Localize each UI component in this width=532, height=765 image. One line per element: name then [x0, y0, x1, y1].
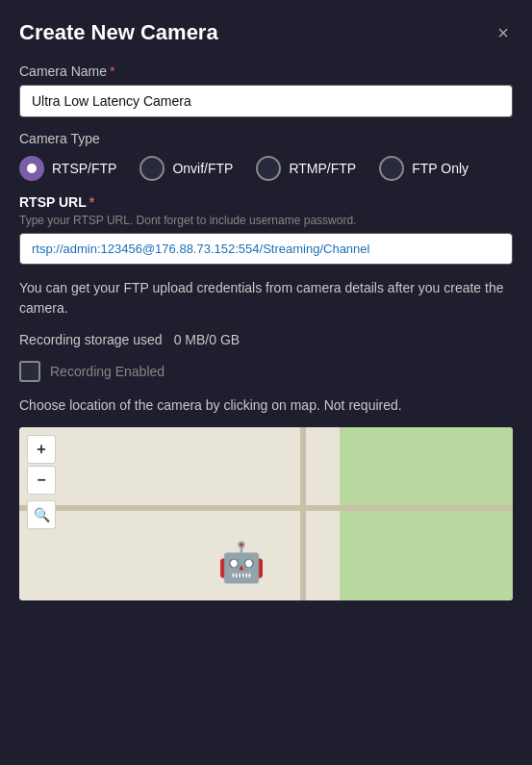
map-container[interactable]: 🤖 + − 🔍: [19, 427, 513, 600]
radio-onvif-label: Onvif/FTP: [172, 161, 233, 176]
map-zoom-in-button[interactable]: +: [27, 435, 56, 464]
map-road-horizontal: [19, 505, 513, 511]
recording-storage-value: 0 MB/0 GB: [174, 332, 240, 347]
recording-enabled-checkbox[interactable]: [19, 361, 40, 382]
recording-enabled-row[interactable]: Recording Enabled: [19, 361, 513, 382]
radio-ftp-label: FTP Only: [412, 161, 469, 176]
map-search-button[interactable]: 🔍: [27, 500, 56, 529]
map-marker: 🤖: [217, 543, 266, 581]
close-button[interactable]: ×: [494, 19, 513, 46]
rtsp-url-label: RTSP URL*: [19, 194, 513, 210]
radio-ftp-circle[interactable]: [379, 156, 404, 181]
radio-rtmp[interactable]: RTMP/FTP: [256, 156, 356, 181]
camera-type-section: Camera Type RTSP/FTP Onvif/FTP RTMP/FTP …: [19, 131, 513, 181]
radio-ftp[interactable]: FTP Only: [379, 156, 469, 181]
recording-storage-row: Recording storage used 0 MB/0 GB: [19, 332, 513, 347]
radio-onvif-circle[interactable]: [139, 156, 165, 181]
location-info-text: Choose location of the camera by clickin…: [19, 395, 513, 416]
modal-title: Create New Camera: [19, 20, 218, 45]
map-zoom-out-button[interactable]: −: [27, 466, 56, 495]
ftp-info-text: You can get your FTP upload credentials …: [19, 278, 513, 319]
recording-storage-label: Recording storage used: [19, 332, 163, 347]
rtsp-url-hint: Type your RTSP URL. Dont forget to inclu…: [19, 214, 513, 227]
radio-rtsp-circle[interactable]: [19, 156, 44, 181]
map-road-vertical: [300, 427, 306, 600]
create-camera-modal: Create New Camera × Camera Name* Camera …: [0, 0, 532, 765]
radio-onvif[interactable]: Onvif/FTP: [139, 156, 233, 181]
rtsp-url-input[interactable]: [19, 233, 513, 265]
recording-enabled-label: Recording Enabled: [50, 364, 165, 379]
modal-header: Create New Camera ×: [19, 19, 513, 46]
camera-name-label: Camera Name*: [19, 64, 513, 79]
camera-name-input[interactable]: [19, 85, 513, 117]
radio-rtsp-label: RTSP/FTP: [52, 161, 116, 176]
radio-rtmp-label: RTMP/FTP: [289, 161, 356, 176]
search-icon: 🔍: [34, 507, 50, 523]
camera-type-radio-group: RTSP/FTP Onvif/FTP RTMP/FTP FTP Only: [19, 156, 513, 181]
radio-rtsp[interactable]: RTSP/FTP: [19, 156, 116, 181]
camera-name-field: Camera Name*: [19, 64, 513, 131]
camera-type-label: Camera Type: [19, 131, 513, 146]
map-green-area: [340, 427, 513, 600]
map-controls: + − 🔍: [27, 435, 56, 529]
rtsp-url-field: RTSP URL* Type your RTSP URL. Dont forge…: [19, 194, 513, 278]
map-background: 🤖: [19, 427, 513, 600]
radio-rtmp-circle[interactable]: [256, 156, 281, 181]
